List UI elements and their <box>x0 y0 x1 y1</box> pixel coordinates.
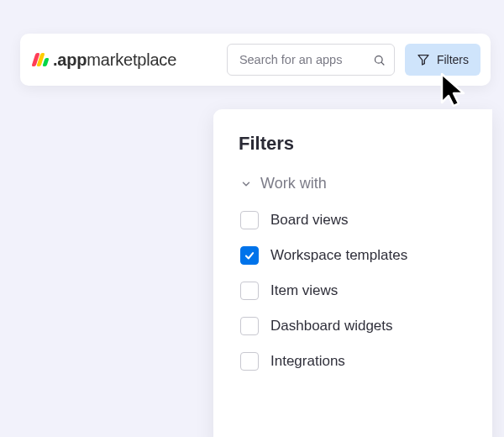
search-box[interactable] <box>227 44 395 76</box>
checkbox[interactable] <box>240 246 259 265</box>
checkbox[interactable] <box>240 282 259 300</box>
option-workspace-templates[interactable]: Workspace templates <box>240 246 469 265</box>
panel-title: Filters <box>239 133 469 155</box>
option-label: Board views <box>270 212 349 229</box>
svg-marker-2 <box>418 55 428 65</box>
checkbox[interactable] <box>240 211 259 229</box>
option-label: Workspace templates <box>270 247 407 264</box>
option-integrations[interactable]: Integrations <box>240 352 469 371</box>
filter-icon <box>417 53 430 66</box>
option-dashboard-widgets[interactable]: Dashboard widgets <box>240 317 469 335</box>
filters-button[interactable]: Filters <box>405 44 480 76</box>
search-icon <box>373 53 386 67</box>
search-input[interactable] <box>239 53 366 66</box>
logo[interactable]: .appmarketplace <box>34 50 176 70</box>
option-board-views[interactable]: Board views <box>240 211 469 229</box>
section-header[interactable]: Work with <box>240 175 469 192</box>
filters-panel: Filters Work with Board views Workspace … <box>213 109 492 437</box>
option-label: Integrations <box>270 353 345 370</box>
filters-button-label: Filters <box>437 53 469 66</box>
logo-text-light: marketplace <box>87 50 176 69</box>
logo-mark-icon <box>34 53 48 66</box>
top-bar: .appmarketplace Filters <box>20 34 491 86</box>
option-item-views[interactable]: Item views <box>240 282 469 300</box>
logo-text: .appmarketplace <box>53 50 176 70</box>
option-label: Dashboard widgets <box>270 318 393 334</box>
logo-text-bold: .app <box>53 50 87 69</box>
options-list: Board views Workspace templates Item vie… <box>240 211 469 371</box>
checkbox[interactable] <box>240 317 259 335</box>
svg-line-1 <box>381 62 384 65</box>
chevron-down-icon <box>240 178 252 190</box>
option-label: Item views <box>270 282 338 299</box>
section-label: Work with <box>260 175 327 192</box>
checkbox[interactable] <box>240 352 259 371</box>
